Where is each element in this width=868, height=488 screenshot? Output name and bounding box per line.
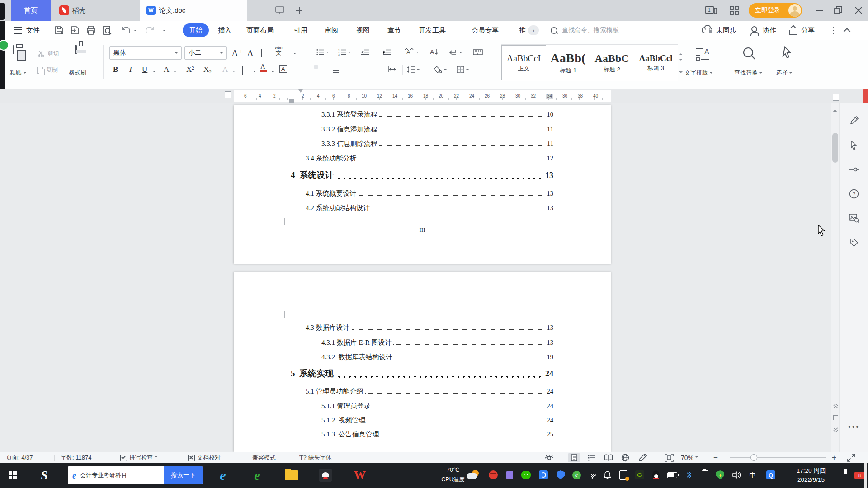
collaborate-button[interactable]: 协作 — [751, 21, 776, 40]
wps-taskbar-icon[interactable]: S — [35, 466, 53, 484]
pinyin-guide-button[interactable]: wén 文 — [275, 46, 283, 56]
eye-protect-button[interactable] — [544, 452, 554, 463]
browse-object-button[interactable] — [833, 415, 838, 420]
tab-docer[interactable]: 稻壳 — [52, 0, 93, 21]
fit-page-button[interactable] — [665, 452, 674, 463]
tray-shield-icon[interactable] — [555, 469, 566, 481]
style-heading2[interactable]: AaBbC 标题 2 — [590, 46, 634, 80]
missing-font-button[interactable]: T? 缺失字体 — [299, 452, 332, 463]
font-name-select[interactable]: 黑体 — [109, 46, 182, 60]
share-button[interactable]: 分享 — [789, 21, 815, 40]
font-size-select[interactable]: 小二 — [184, 46, 227, 60]
subscript-button[interactable]: X₂ — [203, 65, 212, 74]
numbered-list-button[interactable]: 123 — [338, 49, 351, 56]
menu-tab-section[interactable]: 章节 — [387, 21, 401, 40]
help-icon[interactable]: ? — [848, 188, 860, 200]
tray-q-app-icon[interactable]: Q — [765, 469, 777, 481]
taskbar-search-box[interactable]: e 会计专业考研科目 搜索一下 — [68, 466, 203, 484]
font-color-button[interactable]: A — [260, 63, 267, 72]
tray-volume-icon[interactable] — [731, 469, 742, 481]
assistant-ball-icon[interactable] — [0, 40, 9, 51]
decrease-indent-button[interactable] — [361, 49, 370, 56]
borders-button[interactable] — [457, 66, 469, 73]
clear-format-button[interactable] — [261, 50, 262, 57]
tray-green-e-icon[interactable]: e — [571, 469, 582, 481]
text-layout-button[interactable]: 文字排版 — [684, 69, 712, 77]
more-options-icon[interactable] — [833, 21, 834, 40]
tab-stops-button[interactable] — [473, 49, 483, 56]
apps-grid-icon[interactable] — [730, 6, 739, 15]
doc-proof-button[interactable]: 文档校对 — [188, 452, 221, 463]
page-2[interactable]: 4.3 数据库设计13 4.3.1 数据库 E-R 图设计13 4.3.2 数据… — [234, 272, 611, 452]
vertical-scrollbar[interactable] — [831, 103, 840, 452]
tab-selector[interactable] — [225, 91, 231, 98]
tray-usb2-icon[interactable] — [699, 469, 711, 481]
monitor-icon[interactable] — [275, 6, 285, 15]
tray-signal-icon[interactable] — [586, 469, 598, 481]
align-left-button[interactable] — [314, 65, 318, 69]
tray-bluetooth-icon[interactable] — [683, 469, 695, 481]
first-line-indent-marker[interactable] — [298, 89, 303, 95]
zoom-level-button[interactable]: 70% — [681, 452, 698, 463]
save-button[interactable] — [54, 21, 64, 40]
scrollbar-thumb[interactable] — [832, 133, 838, 163]
green-browser-icon[interactable]: e — [248, 466, 266, 484]
show-desktop-button[interactable] — [864, 463, 867, 488]
select-cursor-icon[interactable] — [848, 139, 860, 151]
grow-font-button[interactable]: A⁺ — [231, 48, 243, 59]
copy-button[interactable]: 复制 — [37, 66, 58, 74]
word-count[interactable]: 字数: 11874 — [61, 452, 91, 463]
menu-tab-dev-tools[interactable]: 开发工具 — [419, 21, 446, 40]
menu-tab-view[interactable]: 视图 — [356, 21, 370, 40]
command-search-input[interactable]: 查找命令、搜索模板 — [562, 21, 619, 40]
weather-icon[interactable] — [467, 470, 482, 481]
sync-status-button[interactable]: 未同步 — [702, 21, 736, 40]
document-area[interactable]: 3.3.1 系统登录流程10 3.3.2 信息添加流程11 3.3.3 信息删除… — [0, 103, 868, 452]
format-painter-button[interactable]: 格式刷 — [69, 69, 86, 77]
increase-indent-button[interactable] — [382, 49, 392, 56]
start-button[interactable] — [6, 469, 19, 482]
dark-app-icon[interactable] — [316, 466, 335, 484]
resource-tag-icon[interactable] — [848, 236, 860, 249]
pinyin-caret[interactable] — [293, 53, 296, 56]
tray-nvidia-icon[interactable] — [634, 469, 646, 481]
close-button[interactable] — [854, 6, 863, 14]
menu-tab-recommend[interactable]: 推 — [519, 21, 529, 40]
style-gallery-up[interactable] — [679, 46, 683, 53]
menu-tab-review[interactable]: 审阅 — [325, 21, 338, 40]
tray-qq-icon[interactable] — [650, 469, 662, 481]
text-effects-button[interactable]: A — [222, 65, 228, 74]
file-explorer-icon[interactable] — [283, 466, 301, 484]
zoom-in-button[interactable]: + — [832, 452, 836, 463]
find-replace-button[interactable]: 查找替换 — [734, 69, 762, 77]
char-scale-button[interactable]: A — [404, 48, 419, 56]
bold-button[interactable]: B — [113, 65, 118, 74]
image-tool-icon[interactable] — [848, 212, 860, 225]
style-heading3[interactable]: AaBbCcl 标题 3 — [634, 46, 678, 80]
tray-bell-icon[interactable] — [601, 469, 613, 481]
redo-button[interactable] — [144, 21, 155, 40]
compat-mode-button[interactable]: 兼容模式 — [252, 452, 276, 463]
paste-button[interactable]: 粘贴 — [10, 69, 26, 77]
zoom-slider-knob[interactable] — [750, 454, 757, 461]
toolbar-options-caret[interactable] — [161, 21, 165, 40]
page-1[interactable]: 3.3.1 系统登录流程10 3.3.2 信息添加流程11 3.3.3 信息删除… — [234, 105, 611, 264]
left-indent-marker[interactable] — [289, 99, 294, 103]
underline-button[interactable]: U — [142, 65, 147, 74]
minimize-button[interactable] — [816, 9, 824, 11]
accent-caret[interactable] — [174, 71, 176, 74]
style-gallery-down[interactable] — [679, 61, 683, 68]
italic-button[interactable]: I — [129, 65, 132, 74]
zoom-out-button[interactable]: − — [713, 452, 718, 463]
restore-button[interactable] — [834, 6, 843, 15]
prev-page-button[interactable] — [833, 403, 838, 410]
menu-tab-home[interactable]: 开始 — [183, 23, 209, 37]
accent-mark-button[interactable]: A — [164, 65, 169, 74]
window-mode-icon[interactable]: 1 — [705, 5, 717, 15]
zoom-slider-track[interactable] — [730, 457, 826, 458]
cpu-temp-widget[interactable]: 70℃ CPU温度 — [435, 465, 471, 485]
export-button[interactable] — [70, 21, 80, 40]
new-tab-button[interactable] — [295, 6, 304, 15]
spell-check-button[interactable]: 拼写检查 — [120, 452, 157, 463]
login-button[interactable]: 立即登录 — [749, 3, 802, 18]
